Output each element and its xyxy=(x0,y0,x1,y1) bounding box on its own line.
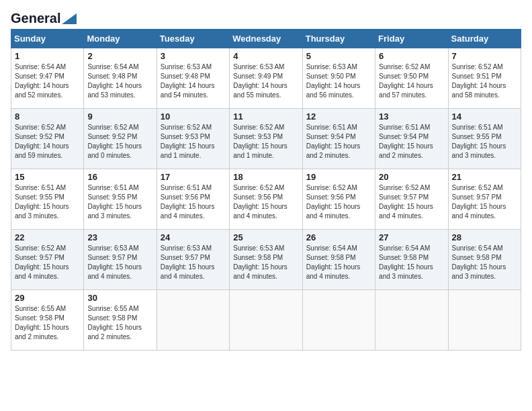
day-info: Sunrise: 6:52 AMSunset: 9:56 PMDaylight:… xyxy=(306,184,361,220)
day-info: Sunrise: 6:51 AMSunset: 9:55 PMDaylight:… xyxy=(15,184,69,220)
calendar-cell: 14Sunrise: 6:51 AMSunset: 9:55 PMDayligh… xyxy=(448,109,521,169)
header-row: SundayMondayTuesdayWednesdayThursdayFrid… xyxy=(11,30,521,48)
day-number: 4 xyxy=(233,51,298,61)
calendar-cell xyxy=(302,290,375,351)
day-number: 8 xyxy=(15,111,80,122)
day-number: 30 xyxy=(87,293,152,303)
calendar-cell xyxy=(230,290,302,351)
calendar-week-row: 1Sunrise: 6:54 AMSunset: 9:47 PMDaylight… xyxy=(11,48,521,109)
day-info: Sunrise: 6:55 AMSunset: 9:58 PMDaylight:… xyxy=(87,305,142,340)
calendar-cell: 11Sunrise: 6:52 AMSunset: 9:53 PMDayligh… xyxy=(230,109,302,169)
day-number: 12 xyxy=(306,111,371,122)
calendar-cell: 3Sunrise: 6:53 AMSunset: 9:48 PMDaylight… xyxy=(157,48,229,109)
calendar-cell: 6Sunrise: 6:52 AMSunset: 9:50 PMDaylight… xyxy=(375,48,448,109)
weekday-header: Monday xyxy=(84,30,157,48)
day-number: 29 xyxy=(15,293,80,303)
day-number: 9 xyxy=(87,111,152,122)
day-info: Sunrise: 6:55 AMSunset: 9:58 PMDaylight:… xyxy=(15,305,69,340)
calendar-cell: 22Sunrise: 6:52 AMSunset: 9:57 PMDayligh… xyxy=(11,230,84,290)
calendar-cell: 20Sunrise: 6:52 AMSunset: 9:57 PMDayligh… xyxy=(375,169,448,230)
day-number: 20 xyxy=(379,172,444,182)
calendar-cell: 30Sunrise: 6:55 AMSunset: 9:58 PMDayligh… xyxy=(84,290,157,351)
day-info: Sunrise: 6:52 AMSunset: 9:53 PMDaylight:… xyxy=(161,124,215,159)
day-info: Sunrise: 6:54 AMSunset: 9:58 PMDaylight:… xyxy=(452,244,506,280)
day-info: Sunrise: 6:52 AMSunset: 9:57 PMDaylight:… xyxy=(452,184,506,220)
calendar-cell: 15Sunrise: 6:51 AMSunset: 9:55 PMDayligh… xyxy=(11,169,84,230)
day-number: 24 xyxy=(161,232,226,242)
calendar-cell: 16Sunrise: 6:51 AMSunset: 9:55 PMDayligh… xyxy=(84,169,157,230)
day-number: 5 xyxy=(306,51,371,61)
day-info: Sunrise: 6:53 AMSunset: 9:57 PMDaylight:… xyxy=(87,244,142,280)
calendar-cell: 10Sunrise: 6:52 AMSunset: 9:53 PMDayligh… xyxy=(157,109,229,169)
calendar-cell: 23Sunrise: 6:53 AMSunset: 9:57 PMDayligh… xyxy=(84,230,157,290)
day-number: 13 xyxy=(379,111,444,122)
calendar-week-row: 22Sunrise: 6:52 AMSunset: 9:57 PMDayligh… xyxy=(11,230,521,290)
day-info: Sunrise: 6:51 AMSunset: 9:55 PMDaylight:… xyxy=(452,124,506,159)
day-number: 18 xyxy=(233,172,298,182)
calendar-cell xyxy=(375,290,448,351)
weekday-header: Saturday xyxy=(448,30,521,48)
weekday-header: Thursday xyxy=(302,30,375,48)
day-info: Sunrise: 6:53 AMSunset: 9:50 PMDaylight:… xyxy=(306,63,361,99)
calendar-cell xyxy=(157,290,229,351)
day-info: Sunrise: 6:53 AMSunset: 9:48 PMDaylight:… xyxy=(161,63,215,99)
day-number: 14 xyxy=(452,111,517,122)
calendar-cell: 1Sunrise: 6:54 AMSunset: 9:47 PMDaylight… xyxy=(11,48,84,109)
day-info: Sunrise: 6:51 AMSunset: 9:55 PMDaylight:… xyxy=(87,184,142,220)
logo-text-general: General xyxy=(11,11,60,26)
day-info: Sunrise: 6:53 AMSunset: 9:57 PMDaylight:… xyxy=(161,244,215,280)
day-info: Sunrise: 6:51 AMSunset: 9:54 PMDaylight:… xyxy=(379,124,433,159)
calendar-cell: 12Sunrise: 6:51 AMSunset: 9:54 PMDayligh… xyxy=(302,109,375,169)
day-number: 6 xyxy=(379,51,444,61)
day-number: 2 xyxy=(87,51,152,61)
calendar-table: SundayMondayTuesdayWednesdayThursdayFrid… xyxy=(11,29,521,351)
day-info: Sunrise: 6:52 AMSunset: 9:56 PMDaylight:… xyxy=(233,184,287,220)
calendar-cell: 21Sunrise: 6:52 AMSunset: 9:57 PMDayligh… xyxy=(448,169,521,230)
day-number: 21 xyxy=(452,172,517,182)
day-number: 16 xyxy=(87,172,152,182)
day-number: 25 xyxy=(233,232,298,242)
day-info: Sunrise: 6:52 AMSunset: 9:52 PMDaylight:… xyxy=(87,124,142,159)
calendar-cell: 28Sunrise: 6:54 AMSunset: 9:58 PMDayligh… xyxy=(448,230,521,290)
day-info: Sunrise: 6:54 AMSunset: 9:58 PMDaylight:… xyxy=(379,244,433,280)
calendar-cell: 13Sunrise: 6:51 AMSunset: 9:54 PMDayligh… xyxy=(375,109,448,169)
day-info: Sunrise: 6:54 AMSunset: 9:48 PMDaylight:… xyxy=(87,63,142,99)
calendar-header: SundayMondayTuesdayWednesdayThursdayFrid… xyxy=(11,30,521,48)
calendar-cell: 9Sunrise: 6:52 AMSunset: 9:52 PMDaylight… xyxy=(84,109,157,169)
day-info: Sunrise: 6:51 AMSunset: 9:54 PMDaylight:… xyxy=(306,124,361,159)
weekday-header: Wednesday xyxy=(230,30,302,48)
calendar-week-row: 8Sunrise: 6:52 AMSunset: 9:52 PMDaylight… xyxy=(11,109,521,169)
day-number: 22 xyxy=(15,232,80,242)
day-info: Sunrise: 6:54 AMSunset: 9:58 PMDaylight:… xyxy=(306,244,361,280)
calendar-week-row: 29Sunrise: 6:55 AMSunset: 9:58 PMDayligh… xyxy=(11,290,521,351)
calendar-cell: 5Sunrise: 6:53 AMSunset: 9:50 PMDaylight… xyxy=(302,48,375,109)
weekday-header: Friday xyxy=(375,30,448,48)
day-info: Sunrise: 6:53 AMSunset: 9:49 PMDaylight:… xyxy=(233,63,287,99)
logo-icon xyxy=(62,13,77,24)
day-info: Sunrise: 6:52 AMSunset: 9:50 PMDaylight:… xyxy=(379,63,433,99)
svg-marker-0 xyxy=(62,13,77,24)
calendar-cell xyxy=(448,290,521,351)
day-number: 15 xyxy=(15,172,80,182)
weekday-header: Sunday xyxy=(11,30,84,48)
calendar-body: 1Sunrise: 6:54 AMSunset: 9:47 PMDaylight… xyxy=(11,48,521,351)
calendar-cell: 19Sunrise: 6:52 AMSunset: 9:56 PMDayligh… xyxy=(302,169,375,230)
day-number: 10 xyxy=(161,111,226,122)
day-number: 23 xyxy=(87,232,152,242)
day-number: 1 xyxy=(15,51,80,61)
calendar-cell: 26Sunrise: 6:54 AMSunset: 9:58 PMDayligh… xyxy=(302,230,375,290)
calendar-week-row: 15Sunrise: 6:51 AMSunset: 9:55 PMDayligh… xyxy=(11,169,521,230)
day-info: Sunrise: 6:53 AMSunset: 9:58 PMDaylight:… xyxy=(233,244,287,280)
day-info: Sunrise: 6:52 AMSunset: 9:51 PMDaylight:… xyxy=(452,63,506,99)
calendar-cell: 18Sunrise: 6:52 AMSunset: 9:56 PMDayligh… xyxy=(230,169,302,230)
calendar-cell: 2Sunrise: 6:54 AMSunset: 9:48 PMDaylight… xyxy=(84,48,157,109)
calendar-cell: 7Sunrise: 6:52 AMSunset: 9:51 PMDaylight… xyxy=(448,48,521,109)
calendar-cell: 24Sunrise: 6:53 AMSunset: 9:57 PMDayligh… xyxy=(157,230,229,290)
day-number: 11 xyxy=(233,111,298,122)
day-number: 27 xyxy=(379,232,444,242)
weekday-header: Tuesday xyxy=(157,30,229,48)
day-number: 7 xyxy=(452,51,517,61)
day-number: 19 xyxy=(306,172,371,182)
calendar-cell: 8Sunrise: 6:52 AMSunset: 9:52 PMDaylight… xyxy=(11,109,84,169)
page-header: General xyxy=(11,11,521,24)
